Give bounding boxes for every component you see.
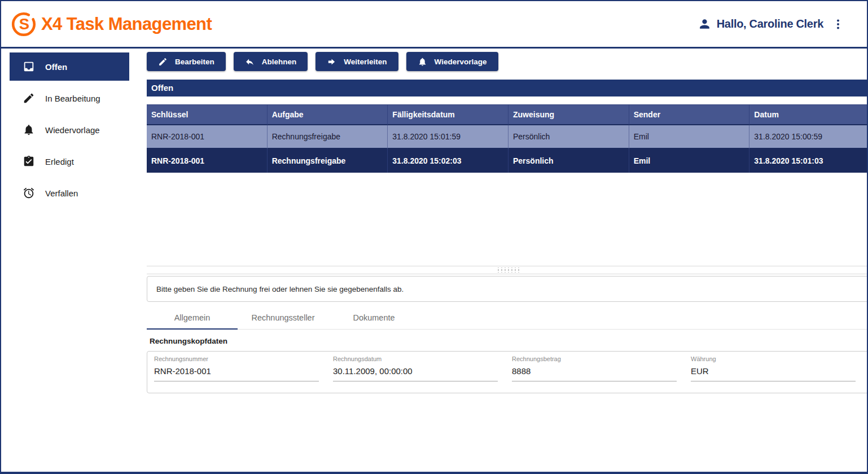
bell-icon [23, 124, 35, 136]
reply-arrow-icon [245, 57, 255, 67]
sidebar-item-label: In Bearbeitung [45, 94, 100, 103]
toolbar: Bearbeiten Ablehnen Weiterleiten [147, 52, 868, 71]
sidebar: Offen In Bearbeitung Wiedervorlage Erled… [1, 49, 131, 470]
app-header: S X4 Task Management Hallo, Caroline Cle… [1, 1, 867, 49]
forward-arrow-icon [327, 57, 336, 67]
button-label: Wiedervorlage [435, 58, 487, 66]
rechnungsnummer-input[interactable] [154, 364, 319, 381]
table-cell[interactable]: 31.8.2020 15:02:03 [388, 149, 508, 173]
sidebar-item-label: Wiedervorlage [45, 125, 100, 135]
field-label: Rechnungsnummer [154, 356, 333, 362]
column-header[interactable]: Zuweisung [508, 104, 629, 125]
waehrung-input[interactable] [691, 364, 856, 381]
field-label: Rechnungsdatum [333, 356, 512, 362]
field-label: Währung [691, 356, 868, 362]
button-label: Weiterleiten [344, 58, 387, 66]
column-header[interactable]: Schlüssel [147, 104, 268, 125]
grid-title: Offen [147, 80, 868, 96]
tab-allgemein[interactable]: Allgemein [147, 306, 238, 329]
sidebar-item-label: Verfallen [45, 188, 78, 198]
clipboard-check-icon [23, 155, 35, 168]
table-cell[interactable]: 31.8.2020 15:01:03 [749, 149, 868, 173]
button-label: Ablehnen [262, 58, 297, 66]
field-waehrung: Währung [691, 356, 868, 393]
table-cell[interactable]: 31.8.2020 15:00:59 [749, 125, 868, 149]
table-cell[interactable]: Emil [629, 125, 750, 149]
field-label: Rechnungsbetrag [512, 356, 691, 362]
table-cell[interactable]: Persönlich [508, 149, 629, 173]
column-header[interactable]: Fälligkeitsdatum [388, 104, 508, 125]
task-table: Schlüssel Aufgabe Fälligkeitsdatum Zuwei… [147, 104, 868, 173]
weiterleiten-button[interactable]: Weiterleiten [315, 52, 398, 71]
section-title: Rechnungskopfdaten [147, 337, 868, 345]
detail-tabs: Allgemein Rechnungssteller Dokumente [147, 306, 868, 330]
sidebar-item-offen[interactable]: Offen [10, 52, 129, 81]
column-header[interactable]: Aufgabe [268, 104, 388, 125]
sidebar-item-wiedervorlage[interactable]: Wiedervorlage [10, 116, 129, 144]
main-area: Offen In Bearbeitung Wiedervorlage Erled… [1, 49, 867, 470]
wiedervorlage-button[interactable]: Wiedervorlage [406, 52, 498, 71]
column-header[interactable]: Sender [629, 104, 750, 125]
table-cell[interactable]: RNR-2018-001 [147, 125, 268, 149]
tab-label: Dokumente [353, 313, 394, 322]
rechnungsbetrag-input[interactable] [512, 364, 677, 381]
table-cell[interactable]: Rechnungsfreigabe [268, 149, 388, 173]
button-label: Bearbeiten [175, 58, 214, 66]
tab-dokumente[interactable]: Dokumente [328, 306, 419, 329]
bearbeiten-button[interactable]: Bearbeiten [147, 52, 226, 71]
user-icon [698, 17, 712, 31]
pencil-icon [23, 92, 35, 104]
splitter-handle[interactable] [147, 266, 868, 274]
app-title: X4 Task Management [41, 14, 212, 34]
field-rechnungsdatum: Rechnungsdatum [333, 356, 512, 393]
ablehnen-button[interactable]: Ablehnen [234, 52, 308, 71]
tab-label: Allgemein [174, 313, 211, 322]
tab-label: Rechnungssteller [251, 313, 314, 322]
table-cell[interactable]: RNR-2018-001 [147, 149, 268, 173]
content-area: Bearbeiten Ablehnen Weiterleiten [131, 49, 868, 470]
field-rechnungsbetrag: Rechnungsbetrag [512, 356, 691, 393]
svg-text:S: S [19, 15, 29, 33]
app-window: S X4 Task Management Hallo, Caroline Cle… [0, 0, 868, 474]
sidebar-item-label: Erledigt [45, 157, 74, 166]
header-user-area: Hallo, Caroline Clerk [698, 17, 844, 31]
rechnungsdatum-input[interactable] [333, 364, 498, 381]
pencil-icon [158, 57, 168, 67]
sidebar-item-in-bearbeitung[interactable]: In Bearbeitung [10, 84, 129, 112]
sidebar-item-erledigt[interactable]: Erledigt [10, 147, 129, 175]
invoice-header-form: Rechnungsnummer Rechnungsdatum Rechnungs… [147, 351, 868, 393]
task-hint-text: Bitte geben Sie die Rechnung frei oder l… [156, 285, 404, 293]
table-cell[interactable]: Rechnungsfreigabe [268, 125, 388, 149]
sidebar-item-label: Offen [45, 62, 67, 72]
field-rechnungsnummer: Rechnungsnummer [154, 356, 333, 393]
bell-icon [418, 57, 427, 67]
sidebar-item-verfallen[interactable]: Verfallen [10, 179, 129, 207]
splitter-grip-icon [496, 267, 521, 273]
user-greeting: Hallo, Caroline Clerk [717, 17, 823, 30]
tab-rechnungssteller[interactable]: Rechnungssteller [238, 306, 328, 329]
app-logo-title: S X4 Task Management [11, 12, 212, 37]
column-header[interactable]: Datum [749, 104, 868, 125]
table-cell[interactable]: 31.8.2020 15:01:59 [388, 125, 508, 149]
table-cell[interactable]: Persönlich [508, 125, 629, 149]
alarm-clock-icon [23, 187, 35, 199]
inbox-icon [23, 60, 35, 73]
app-logo-icon: S [11, 12, 36, 37]
task-hint-box: Bitte geben Sie die Rechnung frei oder l… [147, 276, 868, 302]
overflow-menu-icon[interactable] [832, 18, 844, 30]
table-cell[interactable]: Emil [629, 149, 750, 173]
